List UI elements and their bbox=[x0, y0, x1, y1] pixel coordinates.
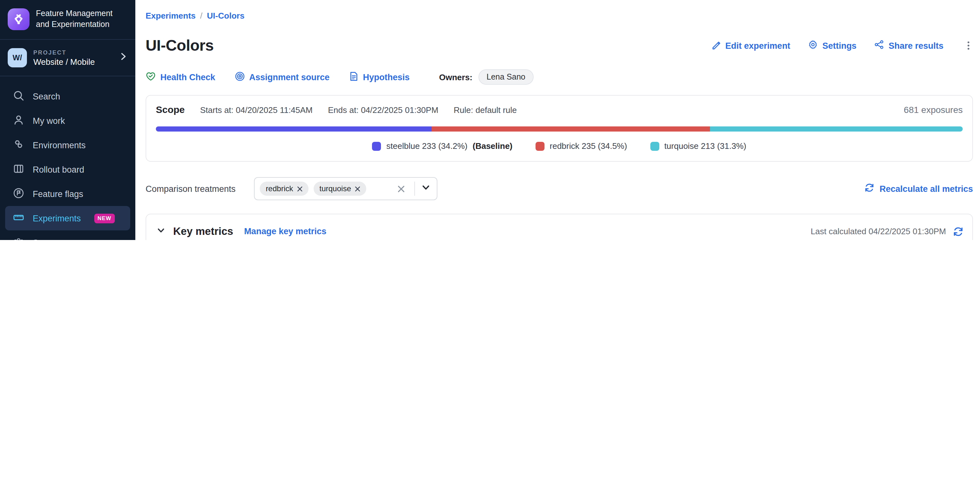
rollout-board-icon bbox=[13, 163, 24, 176]
hypothesis-link[interactable]: Hypothesis bbox=[349, 71, 410, 83]
scope-bar-segment-steelblue bbox=[156, 126, 432, 132]
assignment-source-link[interactable]: Assignment source bbox=[234, 71, 330, 83]
product-header[interactable]: Feature Management and Experimentation bbox=[0, 0, 135, 40]
key-metrics-card: Key metrics Manage key metrics Last calc… bbox=[146, 214, 973, 240]
scope-bar-segment-redbrick bbox=[432, 126, 710, 132]
main-content: Experiments/UI-Colors UI-Colors Edit exp… bbox=[135, 0, 980, 240]
target-icon bbox=[234, 71, 245, 83]
sidebar-item-segments[interactable]: Segments bbox=[0, 230, 135, 240]
legend-item-steelblue: steelblue 233 (34.2%) (Baseline) bbox=[372, 141, 512, 151]
select-divider bbox=[415, 182, 415, 196]
refresh-icon bbox=[865, 183, 875, 195]
sidebar-item-experiments[interactable]: Experiments NEW bbox=[5, 206, 130, 230]
collapse-chevron-down-icon[interactable] bbox=[156, 226, 165, 237]
experiment-meta-row: Health Check Assignment source Hypothesi… bbox=[146, 69, 973, 85]
gear-icon bbox=[808, 40, 818, 51]
chip-remove-icon[interactable] bbox=[297, 186, 303, 191]
key-metrics-title: Key metrics bbox=[173, 225, 233, 238]
share-icon bbox=[875, 40, 884, 51]
new-badge: NEW bbox=[94, 214, 115, 223]
segments-icon bbox=[13, 236, 24, 240]
turquoise-swatch bbox=[650, 142, 659, 150]
owners-label: Owners: bbox=[439, 72, 473, 82]
sidebar-item-rollout-board[interactable]: Rollout board bbox=[0, 157, 135, 182]
scope-card: Scope Starts at: 04/20/2025 11:45AM Ends… bbox=[146, 95, 973, 162]
treatment-distribution-bar bbox=[156, 126, 963, 132]
sidebar-item-my-work[interactable]: My work bbox=[0, 108, 135, 133]
comparison-label: Comparison treatments bbox=[146, 184, 236, 193]
chip-remove-icon[interactable] bbox=[355, 186, 361, 191]
health-check-link[interactable]: Health Check bbox=[146, 71, 215, 83]
breadcrumb-current-link[interactable]: UI-Colors bbox=[207, 11, 244, 21]
recalculate-all-metrics-button[interactable]: Recalculate all metrics bbox=[865, 183, 973, 195]
product-title: Feature Management and Experimentation bbox=[36, 8, 113, 30]
sidebar: Feature Management and Experimentation W… bbox=[0, 0, 135, 240]
health-heart-icon bbox=[146, 71, 156, 83]
baseline-label: (Baseline) bbox=[473, 141, 512, 151]
scope-starts-at: Starts at: 04/20/2025 11:45AM bbox=[200, 105, 313, 115]
refresh-icon[interactable] bbox=[953, 226, 963, 236]
exposures-count: 681 exposures bbox=[904, 105, 963, 115]
edit-experiment-button[interactable]: Edit experiment bbox=[711, 40, 791, 51]
share-results-button[interactable]: Share results bbox=[875, 40, 943, 51]
sidebar-item-environments[interactable]: Environments bbox=[0, 133, 135, 157]
sidebar-item-feature-flags[interactable]: Feature flags bbox=[0, 182, 135, 206]
user-icon bbox=[13, 114, 24, 128]
select-clear-icon[interactable] bbox=[397, 185, 406, 193]
owners-group: Owners: Lena Sano bbox=[439, 69, 534, 85]
breadcrumb-separator: / bbox=[200, 11, 202, 21]
experiments-icon bbox=[13, 211, 24, 225]
scope-ends-at: Ends at: 04/22/2025 01:30PM bbox=[328, 105, 438, 115]
document-icon bbox=[349, 71, 358, 83]
manage-key-metrics-link[interactable]: Manage key metrics bbox=[244, 226, 326, 236]
kebab-icon bbox=[964, 40, 973, 51]
redbrick-swatch bbox=[536, 142, 544, 150]
feature-flags-icon bbox=[13, 187, 24, 201]
project-badge: W/ bbox=[8, 48, 27, 67]
split-logo-icon bbox=[8, 8, 30, 30]
owner-chip[interactable]: Lena Sano bbox=[478, 69, 534, 85]
search-icon bbox=[13, 89, 24, 103]
sidebar-item-search[interactable]: Search bbox=[0, 84, 135, 108]
environments-icon bbox=[13, 138, 24, 152]
header-actions: Edit experiment Settings Share results bbox=[711, 40, 973, 51]
chevron-down-icon[interactable] bbox=[422, 183, 431, 195]
pencil-icon bbox=[711, 40, 721, 51]
legend-item-redbrick: redbrick 235 (34.5%) bbox=[536, 141, 627, 151]
steelblue-swatch bbox=[372, 142, 381, 150]
comparison-row: Comparison treatments redbrick turquoise… bbox=[146, 177, 973, 200]
project-section-label: PROJECT bbox=[33, 49, 95, 56]
settings-button[interactable]: Settings bbox=[808, 40, 856, 51]
scope-bar-segment-turquoise bbox=[710, 126, 963, 132]
legend-item-turquoise: turquoise 213 (31.3%) bbox=[650, 141, 746, 151]
kebab-menu-button[interactable] bbox=[964, 40, 973, 51]
breadcrumb: Experiments/UI-Colors bbox=[146, 0, 973, 21]
chevron-right-icon bbox=[119, 52, 127, 64]
key-metrics-last-calculated: Last calculated 04/22/2025 01:30PM bbox=[811, 226, 963, 236]
scope-title: Scope bbox=[156, 104, 185, 115]
distribution-legend: steelblue 233 (34.2%) (Baseline) redbric… bbox=[156, 141, 963, 151]
chip-turquoise: turquoise bbox=[313, 182, 366, 196]
project-name: Website / Mobile bbox=[33, 57, 95, 66]
sidebar-nav: Search My work Environments Rollout boar… bbox=[0, 77, 135, 240]
comparison-treatments-select[interactable]: redbrick turquoise bbox=[254, 177, 438, 200]
chip-redbrick: redbrick bbox=[260, 182, 309, 196]
app-window: Feature Management and Experimentation W… bbox=[0, 0, 980, 240]
breadcrumb-experiments-link[interactable]: Experiments bbox=[146, 11, 196, 21]
page-title: UI-Colors bbox=[146, 37, 213, 54]
scope-rule: Rule: default rule bbox=[454, 105, 517, 115]
project-switcher[interactable]: W/ PROJECT Website / Mobile bbox=[0, 40, 135, 77]
